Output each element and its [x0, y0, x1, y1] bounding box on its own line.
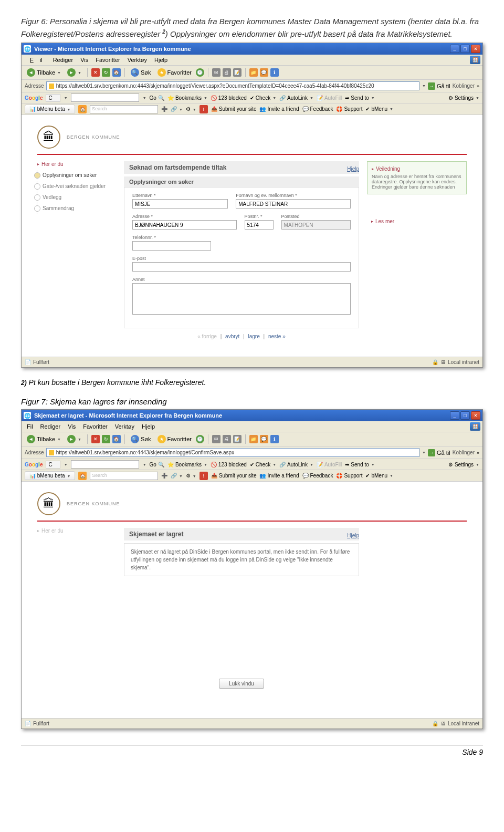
google-logo-2[interactable]: Google: [25, 462, 43, 467]
history-icon-2[interactable]: 🕐: [196, 435, 204, 443]
google-search-input-2[interactable]: [71, 460, 139, 469]
menu-verktoy-2[interactable]: Verktøy: [112, 422, 138, 431]
menu-rediger-2[interactable]: Rediger: [37, 422, 64, 431]
maximize-button-2[interactable]: □: [460, 411, 470, 420]
bmenu-search-input[interactable]: Search: [90, 105, 158, 113]
bmenu-feedback[interactable]: 💬 Feedback: [302, 106, 333, 112]
google-search-input[interactable]: [71, 93, 139, 102]
address-input-2[interactable]: https://altweb01.srv.bergenkom.no:4443/s…: [46, 448, 419, 457]
mail-icon[interactable]: ✉: [212, 68, 220, 77]
neste-button[interactable]: neste »: [268, 334, 286, 339]
nav-step-4[interactable]: Sammendrag: [37, 203, 116, 214]
discuss-icon-2[interactable]: 💬: [260, 435, 268, 443]
epost-input[interactable]: [132, 262, 351, 272]
favorites-button[interactable]: ★Favoritter: [155, 67, 194, 78]
home-button[interactable]: 🏠: [112, 68, 121, 77]
stop-button[interactable]: ✕: [91, 68, 100, 77]
koblinger-label-2[interactable]: Koblinger: [453, 450, 475, 455]
postnr-input[interactable]: 5174: [245, 220, 274, 230]
fornavn-input[interactable]: MALFRED STEINAR: [236, 199, 351, 209]
stop-button-2[interactable]: ✕: [91, 435, 100, 443]
bmenu-share-2[interactable]: 🔗 ▼: [171, 473, 183, 479]
bmenu-invite-2[interactable]: 👥 Invite a friend: [259, 473, 299, 479]
edit-icon-2[interactable]: 📝: [233, 435, 242, 443]
close-button[interactable]: ×: [471, 45, 480, 53]
nav-step-3[interactable]: Vedlegg: [37, 192, 116, 203]
bmenu-gear-2[interactable]: ⚙ ▼: [186, 473, 196, 479]
google-bookmarks-2[interactable]: ⭐ Bookmarks▼: [167, 462, 207, 467]
address-input[interactable]: https://altweb01.srv.bergenkom.no:4443/s…: [46, 81, 419, 90]
menu-favoritter-2[interactable]: Favoritter: [80, 422, 110, 431]
google-autofill-2[interactable]: 📝 AutoFill: [317, 462, 342, 467]
print-icon-2[interactable]: 🖨: [223, 435, 231, 443]
bmenu-home-icon[interactable]: 🏠: [78, 105, 87, 113]
telefon-input[interactable]: [132, 241, 211, 251]
forward-button-2[interactable]: ►▼: [65, 434, 83, 444]
google-settings[interactable]: ⚙ Settings▼: [448, 95, 479, 101]
bmenu-plus-2[interactable]: ➕: [161, 473, 167, 479]
back-button-2[interactable]: ◄Tilbake▼: [25, 434, 63, 444]
les-mer-link[interactable]: Les mer: [367, 215, 467, 227]
bmenu-submit-2[interactable]: 📤 Submit your site: [211, 473, 257, 479]
bmenu-gear[interactable]: ⚙ ▼: [186, 106, 196, 112]
minimize-button[interactable]: _: [450, 45, 459, 53]
avbryt-button[interactable]: avbryt: [225, 334, 239, 339]
research-icon[interactable]: ℹ: [270, 68, 279, 77]
google-logo[interactable]: Google: [25, 95, 43, 101]
menu-fil-2[interactable]: Fil: [24, 422, 36, 431]
bmenu-home-icon-2[interactable]: 🏠: [78, 472, 87, 480]
google-settings-2[interactable]: ⚙ Settings▼: [448, 462, 479, 467]
refresh-button-2[interactable]: ↻: [102, 435, 110, 443]
etternavn-input[interactable]: MISJE: [132, 199, 228, 209]
bmenu-flag-icon[interactable]: !: [200, 105, 208, 113]
mail-icon-2[interactable]: ✉: [212, 435, 220, 443]
go-button-2[interactable]: →Gå til: [428, 449, 450, 456]
bmenu-search-input-2[interactable]: Search: [90, 472, 158, 480]
forrige-button[interactable]: « forrige: [197, 334, 217, 339]
back-button[interactable]: ◄Tilbake▼: [25, 67, 63, 78]
menu-vis-2[interactable]: Vis: [65, 422, 79, 431]
google-check-2[interactable]: ✔ Check▼: [250, 462, 276, 467]
nav-step-1[interactable]: Opplysninger om søker: [37, 170, 116, 181]
maximize-button[interactable]: □: [460, 45, 470, 53]
close-button-2[interactable]: ×: [471, 411, 480, 420]
nav-step-2[interactable]: Gate-/vei søknaden gjelder: [37, 181, 116, 192]
annet-input[interactable]: [132, 283, 351, 315]
go-button[interactable]: →Gå til: [428, 82, 450, 90]
google-blocked[interactable]: 🚫 123 blocked: [211, 95, 247, 101]
menu-favoritter[interactable]: Favoritter: [92, 56, 123, 64]
google-blocked-2[interactable]: 🚫 123 blocked: [211, 462, 247, 467]
koblinger-label[interactable]: Koblinger: [453, 83, 475, 89]
bmenu-check-2[interactable]: ✔ bMenu ▼: [365, 473, 393, 479]
address-dropdown-icon[interactable]: ▼: [422, 84, 426, 88]
bmenu-tab[interactable]: 📊 bMenu beta ▼: [25, 105, 75, 113]
google-sendto[interactable]: ➡ Send to▼: [345, 95, 374, 101]
print-icon[interactable]: 🖨: [223, 68, 231, 77]
google-autolink[interactable]: 🔗 AutoLink▼: [279, 95, 313, 101]
window2-titlebar[interactable]: 🌐 Skjemaet er lagret - Microsoft Interne…: [22, 410, 482, 421]
refresh-button[interactable]: ↻: [102, 68, 110, 77]
google-menu-c-2[interactable]: C: [46, 461, 60, 469]
discuss-icon[interactable]: 💬: [260, 68, 268, 77]
google-sendto-2[interactable]: ➡ Send to▼: [345, 462, 374, 467]
bmenu-tab-2[interactable]: 📊 bMenu beta ▼: [25, 471, 75, 480]
home-button-2[interactable]: 🏠: [112, 435, 121, 443]
bmenu-support[interactable]: 🛟 Support: [336, 106, 362, 112]
menu-fil[interactable]: Fil: [24, 56, 49, 64]
history-icon[interactable]: 🕐: [196, 68, 204, 77]
google-autolink-2[interactable]: 🔗 AutoLink▼: [279, 462, 313, 467]
bmenu-plus[interactable]: ➕: [161, 106, 167, 112]
address-dropdown-icon-2[interactable]: ▼: [422, 451, 426, 454]
menu-verktoy[interactable]: Verktøy: [124, 56, 150, 64]
adresse-input[interactable]: BJØNNAHAUGEN 9: [132, 220, 237, 230]
google-go-button[interactable]: Go 🔍: [150, 95, 164, 101]
bmenu-flag-icon-2[interactable]: !: [200, 472, 208, 480]
google-autofill[interactable]: 📝 AutoFill: [317, 95, 342, 101]
google-go-button-2[interactable]: Go 🔍: [150, 462, 164, 467]
folder-icon-2[interactable]: 📁: [249, 435, 258, 443]
lukk-vindu-button[interactable]: Lukk vindu: [219, 679, 264, 689]
forward-button[interactable]: ►▼: [65, 67, 83, 78]
google-check[interactable]: ✔ Check▼: [250, 95, 276, 101]
lagre-button[interactable]: lagre: [248, 334, 260, 339]
research-icon-2[interactable]: ℹ: [270, 435, 279, 443]
